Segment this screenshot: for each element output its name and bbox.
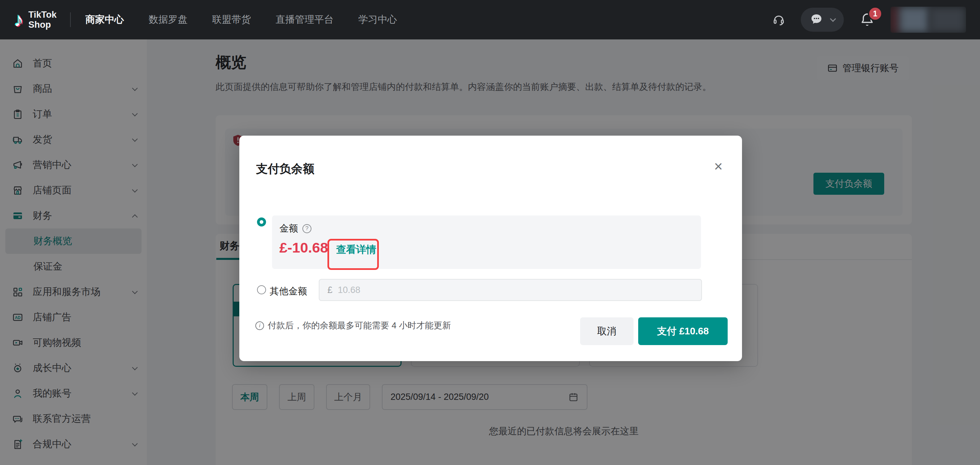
currency-prefix: £: [328, 285, 332, 295]
logo-text: TikTok Shop: [29, 10, 57, 30]
other-amount-radio[interactable]: [257, 285, 266, 294]
nav-live-management[interactable]: 直播管理平台: [276, 13, 334, 26]
full-amount-radio[interactable]: [257, 217, 266, 227]
topbar: ♪ TikTok Shop 商家中心 数据罗盘 联盟带货 直播管理平台 学习中心: [0, 0, 980, 40]
close-icon[interactable]: ×: [714, 159, 723, 174]
other-amount-input-wrap: £: [319, 279, 702, 301]
tiktok-note-icon: ♪: [14, 10, 24, 29]
other-amount-label: 其他金额: [270, 285, 307, 298]
chat-bubble-icon: [810, 12, 824, 27]
notification-badge: 1: [868, 6, 883, 21]
modal-title: 支付负余额: [256, 161, 314, 177]
headset-support-icon[interactable]: [772, 13, 785, 26]
negative-amount-value: £-10.68: [279, 240, 328, 256]
amount-label: 金额: [279, 222, 298, 235]
chevron-down-icon: [830, 16, 836, 22]
pay-negative-balance-modal: 支付负余额 × 金额 ? £-10.68 查看详情 其他金额 £ i 付款后，你…: [239, 136, 742, 361]
messages-button[interactable]: [801, 8, 844, 32]
other-amount-input[interactable]: [338, 285, 693, 295]
notifications-button[interactable]: 1: [859, 12, 875, 28]
cancel-button[interactable]: 取消: [580, 317, 633, 345]
nav-seller-center[interactable]: 商家中心: [86, 13, 124, 26]
help-icon[interactable]: ?: [302, 224, 312, 233]
top-navigation: 商家中心 数据罗盘 联盟带货 直播管理平台 学习中心: [86, 13, 397, 26]
view-details-link[interactable]: 查看详情: [336, 243, 376, 257]
tiktok-shop-logo[interactable]: ♪ TikTok Shop: [14, 10, 57, 30]
divider: [70, 12, 71, 27]
nav-learning-center[interactable]: 学习中心: [358, 13, 397, 26]
nav-affiliate[interactable]: 联盟带货: [212, 13, 251, 26]
info-icon: i: [255, 321, 264, 330]
nav-data-compass[interactable]: 数据罗盘: [149, 13, 188, 26]
amount-panel: 金额 ? £-10.68 查看详情: [272, 216, 701, 269]
account-chip-redacted[interactable]: [891, 7, 966, 33]
confirm-pay-button[interactable]: 支付 £10.68: [638, 317, 728, 345]
modal-note: i 付款后，你的余额最多可能需要 4 小时才能更新: [255, 320, 451, 331]
